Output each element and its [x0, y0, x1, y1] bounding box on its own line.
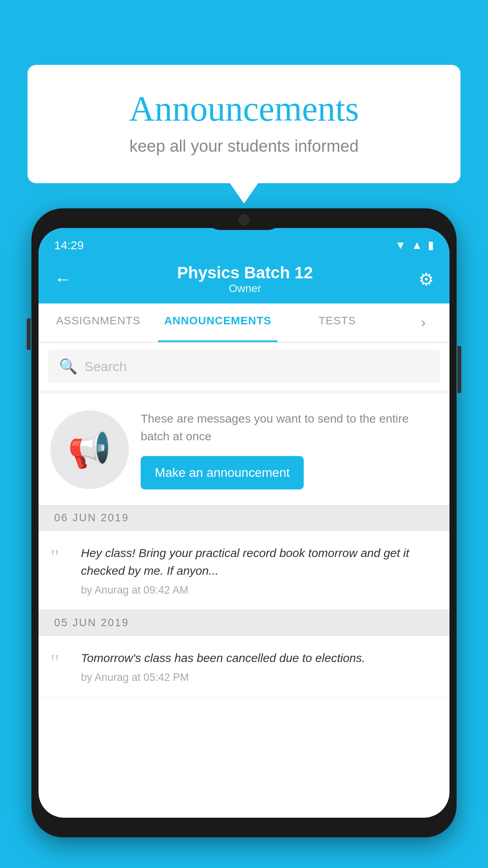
announcement-text-2: Tomorrow's class has been cancelled due …	[81, 649, 438, 667]
wifi-icon: ▼	[395, 239, 406, 252]
tab-tests[interactable]: TESTS	[277, 303, 397, 342]
phone-body: 14:29 ▼ ▲ ▮ ← Physics Batch 12 Owner ⚙ A…	[31, 208, 457, 837]
header-subtitle: Owner	[177, 282, 313, 295]
status-time: 14:29	[54, 239, 84, 252]
announcement-meta-1: by Anurag at 09:42 AM	[81, 584, 438, 596]
promo-card: 📢 These are messages you want to send to…	[39, 394, 449, 505]
header-title: Physics Batch 12	[177, 263, 313, 282]
announcement-icon-circle: 📢	[50, 410, 129, 489]
phone-notch	[205, 208, 283, 230]
status-bar: 14:29 ▼ ▲ ▮	[39, 228, 449, 256]
app-header: ← Physics Batch 12 Owner ⚙	[39, 256, 449, 303]
status-icons: ▼ ▲ ▮	[395, 239, 434, 252]
date-divider-1: 06 JUN 2019	[39, 505, 449, 531]
tab-more[interactable]: ›	[397, 303, 449, 342]
phone-side-button-left	[27, 318, 31, 350]
tabs-container: ASSIGNMENTS ANNOUNCEMENTS TESTS ›	[39, 303, 449, 343]
announcement-content-2: Tomorrow's class has been cancelled due …	[81, 649, 438, 684]
announcement-item-1[interactable]: " Hey class! Bring your practical record…	[39, 531, 449, 610]
phone-screen: 14:29 ▼ ▲ ▮ ← Physics Batch 12 Owner ⚙ A…	[39, 228, 449, 818]
content-area: 🔍 Search 📢 These are messages you want t…	[39, 343, 449, 697]
quote-icon-2: "	[50, 651, 70, 673]
signal-icon: ▲	[411, 239, 422, 252]
phone-side-button-right	[457, 346, 461, 393]
megaphone-icon: 📢	[68, 429, 112, 470]
search-container: 🔍 Search	[39, 343, 449, 390]
announcement-text-1: Hey class! Bring your practical record b…	[81, 544, 438, 579]
phone-camera	[238, 214, 250, 225]
tab-announcements[interactable]: ANNOUNCEMENTS	[158, 303, 277, 342]
announcement-content-1: Hey class! Bring your practical record b…	[81, 544, 438, 596]
announcement-item-2[interactable]: " Tomorrow's class has been cancelled du…	[39, 636, 449, 697]
back-button[interactable]: ←	[54, 269, 72, 289]
make-announcement-button[interactable]: Make an announcement	[141, 456, 304, 489]
speech-bubble-container: Announcements keep all your students inf…	[28, 65, 460, 183]
header-center: Physics Batch 12 Owner	[177, 263, 313, 295]
search-bar[interactable]: 🔍 Search	[48, 350, 440, 383]
speech-bubble-title: Announcements	[59, 88, 429, 129]
speech-bubble: Announcements keep all your students inf…	[28, 65, 460, 183]
quote-icon-1: "	[50, 546, 70, 568]
promo-text-area: These are messages you want to send to t…	[141, 410, 438, 489]
speech-bubble-subtitle: keep all your students informed	[59, 137, 429, 156]
search-icon: 🔍	[59, 358, 77, 375]
phone-container: 14:29 ▼ ▲ ▮ ← Physics Batch 12 Owner ⚙ A…	[31, 208, 457, 868]
announcement-meta-2: by Anurag at 05:42 PM	[81, 671, 438, 684]
settings-button[interactable]: ⚙	[418, 269, 434, 289]
tab-assignments[interactable]: ASSIGNMENTS	[39, 303, 158, 342]
date-divider-2: 05 JUN 2019	[39, 610, 449, 636]
battery-icon: ▮	[428, 239, 434, 252]
promo-description: These are messages you want to send to t…	[141, 410, 438, 445]
search-input-placeholder[interactable]: Search	[84, 359, 127, 374]
